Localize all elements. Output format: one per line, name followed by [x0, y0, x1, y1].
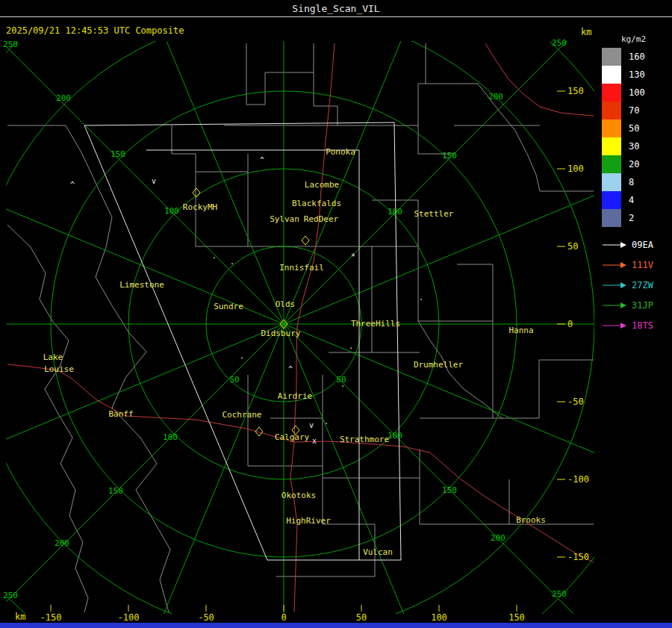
city-label: ThreeHills: [351, 319, 400, 329]
county-boundaries: [7, 43, 594, 612]
color-swatch: [602, 66, 621, 84]
city-label: Calgary: [275, 432, 310, 442]
colorbar-row: 8: [602, 173, 646, 191]
point-marker: ^: [260, 156, 264, 164]
colorbar-value: 70: [629, 105, 639, 116]
city-label: HighRiver: [286, 516, 331, 526]
color-swatch: [602, 48, 621, 66]
city-label: Lacombe: [305, 180, 339, 190]
colorbar-row: 130: [602, 66, 646, 84]
radar-site-row: 27ZW: [602, 275, 653, 295]
radar-site-row: 111V: [602, 255, 653, 275]
city-label: Airdrie: [278, 391, 312, 401]
colorbar-unit-label: kg/m2: [621, 34, 646, 44]
point-markers: v ^ ^ * · · ^ · · · · · v x: [70, 156, 423, 445]
colorbar-value: 100: [629, 87, 645, 98]
city-label: Sundre: [214, 302, 243, 311]
range-ring-labels: 250 200 150 100 100 150 200 250 50 50 10…: [3, 38, 567, 600]
point-marker: ·: [340, 382, 345, 391]
city-label: Lake: [43, 352, 63, 362]
x-tick-label: 0: [281, 612, 286, 623]
x-axis: -150 -100 -50 0 50 100 150: [40, 605, 525, 623]
point-marker: v: [152, 177, 156, 185]
colorbar-row: 20: [602, 155, 646, 173]
colorbar-value: 160: [629, 52, 645, 62]
colorbar-row: 30: [602, 137, 646, 155]
city-label: Ponoka: [326, 147, 355, 157]
city-label: Drumheller: [414, 360, 464, 370]
colorbar-row: 2: [602, 209, 646, 227]
city-label: Cochrane: [223, 410, 262, 420]
ring-label: 250: [552, 38, 567, 48]
ring-label: 200: [488, 92, 503, 102]
radar-site-row: 09EA: [602, 234, 653, 255]
y-tick-label: 50: [567, 241, 578, 252]
colorbar-value: 50: [629, 123, 639, 134]
ring-label: 150: [108, 486, 123, 496]
point-marker: *: [351, 252, 355, 261]
x-axis-ticks: [51, 605, 517, 612]
point-marker: v: [309, 421, 314, 429]
color-swatch: [602, 102, 621, 119]
x-tick-label: 50: [356, 612, 367, 623]
colorbar-row: 70: [602, 102, 646, 119]
city-label: Hanna: [508, 326, 533, 335]
ring-label: 100: [163, 432, 178, 442]
x-tick-label: -150: [40, 612, 62, 623]
radar-map-canvas[interactable]: 250 200 150 100 100 150 200 250 50 50 10…: [0, 0, 672, 628]
point-marker: ·: [240, 354, 244, 362]
ring-label: 200: [55, 538, 69, 548]
radar-site-id: 31JP: [632, 300, 653, 311]
colorbar-row: 100: [602, 84, 646, 102]
point-marker: ^: [70, 181, 75, 189]
city-label: Innisfail: [279, 263, 324, 273]
ring-label: 150: [111, 149, 125, 159]
ring-label: 200: [491, 533, 505, 543]
x-tick-label: 100: [431, 612, 447, 623]
color-swatch: [602, 137, 621, 155]
ring-label: 250: [3, 40, 18, 49]
radar-site-row: 18TS: [602, 315, 653, 335]
ring-label: 100: [388, 431, 402, 441]
city-label: Banff: [108, 409, 133, 419]
y-axis-ticks: [557, 91, 565, 557]
city-label: RedDeer: [304, 214, 339, 224]
x-tick-label: 150: [508, 612, 525, 623]
colorbar-value: 8: [629, 177, 634, 187]
ring-label: 250: [3, 591, 18, 600]
color-swatch: [602, 209, 621, 227]
city-label: Louise: [44, 364, 74, 374]
y-tick-label: -150: [567, 552, 589, 562]
ring-label: 100: [388, 207, 402, 217]
city-label: Strathmore: [340, 435, 389, 444]
city-label: Brooks: [516, 515, 546, 525]
city-label: Olds: [276, 299, 296, 309]
radar-direction-arrow-icon: [602, 322, 627, 329]
city-label: Sylvan: [270, 214, 299, 224]
point-marker: ·: [349, 344, 353, 352]
city-label: RockyMH: [183, 202, 217, 212]
point-marker: ·: [212, 254, 217, 262]
city-label: Didsbury: [261, 329, 301, 338]
radar-site-id: 111V: [632, 260, 653, 270]
point-marker: x: [312, 437, 317, 445]
point-marker: ^: [288, 365, 293, 373]
point-marker: ·: [419, 296, 423, 304]
city-label: Limestone: [119, 280, 164, 290]
y-tick-label: -100: [567, 474, 589, 485]
colorbar-value: 20: [629, 159, 639, 170]
radar-direction-arrow-icon: [602, 241, 627, 249]
radar-site-row: 31JP: [602, 295, 653, 315]
x-tick-label: -50: [198, 612, 214, 623]
radar-site-legend: 09EA 111V 27ZW 31JP 18TS: [602, 234, 653, 335]
ring-label: 150: [442, 151, 457, 161]
radar-direction-arrow-icon: [602, 302, 627, 309]
colorbar-value: 30: [629, 141, 639, 152]
color-swatch: [602, 173, 621, 191]
vil-colorbar: kg/m2 160 130 100 70 50 30 20: [602, 34, 646, 227]
colorbar-value: 4: [629, 195, 634, 205]
radar-direction-arrow-icon: [602, 261, 627, 269]
colorbar-row: 50: [602, 119, 646, 137]
ring-label: 50: [229, 375, 239, 385]
x-tick-label: -100: [118, 612, 140, 623]
